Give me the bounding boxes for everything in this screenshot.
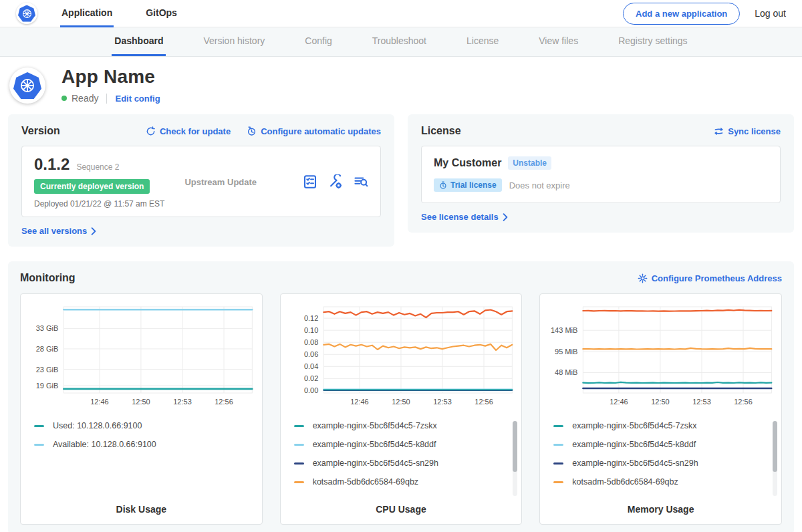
legend-item: kotsadm-5db6dc6584-69qbz bbox=[294, 477, 513, 487]
sync-license-link[interactable]: Sync license bbox=[714, 126, 781, 136]
monitoring-title: Monitoring bbox=[20, 272, 76, 284]
version-card-title: Version bbox=[21, 125, 60, 137]
check-for-update-link[interactable]: Check for update bbox=[146, 126, 231, 136]
legend-label: example-nginx-5bc6f5d4c5-sn29h bbox=[572, 458, 698, 468]
sync-icon bbox=[714, 126, 724, 136]
configure-prometheus-link[interactable]: Configure Prometheus Address bbox=[638, 273, 782, 283]
license-card: License Sync license My Customer Unstabl… bbox=[408, 114, 794, 233]
app-status-row: Ready Edit config bbox=[61, 93, 160, 104]
config-wrench-icon[interactable] bbox=[328, 174, 343, 189]
legend-label: example-nginx-5bc6f5d4c5-sn29h bbox=[313, 458, 438, 468]
customer-name: My Customer bbox=[434, 157, 501, 169]
svg-text:95 MiB: 95 MiB bbox=[555, 348, 577, 356]
svg-text:0.04: 0.04 bbox=[304, 362, 318, 370]
deployed-timestamp: Deployed 01/21/22 @ 11:57 am EST bbox=[34, 199, 164, 209]
monitoring-header: Monitoring Configure Prometheus Address bbox=[20, 272, 782, 284]
legend-scrollbar-thumb[interactable] bbox=[513, 421, 517, 472]
refresh-icon bbox=[146, 126, 156, 136]
logout-button[interactable]: Log out bbox=[755, 8, 786, 19]
version-actions bbox=[303, 174, 368, 189]
tab-config[interactable]: Config bbox=[302, 27, 334, 56]
svg-text:33 GiB: 33 GiB bbox=[36, 324, 59, 332]
tab-troubleshoot[interactable]: Troubleshoot bbox=[370, 27, 429, 56]
legend-color-dash bbox=[553, 444, 563, 446]
app-meta: App Name Ready Edit config bbox=[61, 66, 160, 104]
tab-view-files[interactable]: View files bbox=[536, 27, 581, 56]
legend-color-dash bbox=[553, 425, 563, 427]
legend-scrollbar-thumb[interactable] bbox=[773, 421, 777, 472]
kubernetes-logo bbox=[16, 3, 37, 24]
legend-label: example-nginx-5bc6f5d4c5-7zskx bbox=[313, 421, 437, 430]
add-new-application-button[interactable]: Add a new application bbox=[623, 3, 740, 25]
tab-version-history[interactable]: Version history bbox=[200, 27, 267, 56]
topnav-tab-gitops[interactable]: GitOps bbox=[144, 0, 178, 27]
status-dot bbox=[61, 96, 67, 101]
legend-label: kotsadm-5db6dc6584-69qbz bbox=[572, 477, 678, 487]
see-license-details-link[interactable]: See license details bbox=[421, 212, 781, 222]
clock-refresh-icon bbox=[247, 126, 257, 136]
tab-license[interactable]: License bbox=[464, 27, 501, 56]
currently-deployed-badge: Currently deployed version bbox=[34, 179, 150, 194]
svg-text:12:56: 12:56 bbox=[734, 398, 753, 406]
cards-row: Version Check for update Configure au bbox=[0, 114, 802, 247]
app-header: App Name Ready Edit config bbox=[0, 57, 802, 110]
chevron-right-icon bbox=[503, 213, 508, 221]
license-expiry: Does not expire bbox=[509, 180, 570, 190]
legend-item: example-nginx-5bc6f5d4c5-k8ddf bbox=[294, 440, 513, 449]
svg-text:23 GiB: 23 GiB bbox=[36, 366, 59, 374]
legend-color-dash bbox=[294, 425, 304, 427]
version-source: Upstream Update bbox=[184, 177, 257, 187]
license-card-title: License bbox=[421, 125, 461, 137]
topnav-right: Add a new application Log out bbox=[623, 3, 786, 25]
version-card-links: Check for update Configure automatic upd… bbox=[146, 126, 381, 136]
svg-text:19 GiB: 19 GiB bbox=[36, 382, 59, 390]
preflight-checklist-icon[interactable] bbox=[303, 174, 317, 189]
charts-row: 12:4612:5012:5312:5633 GiB28 GiB23 GiB19… bbox=[20, 293, 782, 525]
gear-icon bbox=[638, 273, 648, 283]
see-all-versions-link[interactable]: See all versions bbox=[21, 226, 381, 236]
stopwatch-icon bbox=[439, 181, 447, 189]
legend-scrollbar[interactable] bbox=[513, 421, 517, 496]
app-avatar bbox=[9, 68, 45, 104]
deploy-logs-icon[interactable] bbox=[354, 174, 368, 189]
app-kubernetes-heptagon-icon bbox=[13, 72, 41, 99]
monitoring-section: Monitoring Configure Prometheus Address … bbox=[8, 261, 794, 532]
configure-automatic-updates-link[interactable]: Configure automatic updates bbox=[247, 126, 381, 136]
channel-badge: Unstable bbox=[508, 156, 551, 170]
status-text: Ready bbox=[72, 93, 98, 104]
legend-label: kotsadm-5db6dc6584-69qbz bbox=[313, 477, 418, 487]
disk-usage-chart-title: Disk Usage bbox=[26, 500, 257, 515]
legend-item: kotsadm-5db6dc6584-69qbz bbox=[553, 477, 772, 487]
svg-text:28 GiB: 28 GiB bbox=[36, 345, 59, 353]
legend-label: Used: 10.128.0.66:9100 bbox=[53, 421, 142, 430]
svg-text:12:46: 12:46 bbox=[350, 398, 369, 406]
svg-text:12:50: 12:50 bbox=[132, 398, 150, 406]
legend-item: example-nginx-5bc6f5d4c5-sn29h bbox=[294, 458, 513, 468]
svg-text:12:56: 12:56 bbox=[215, 398, 233, 406]
svg-text:0.12: 0.12 bbox=[304, 314, 318, 322]
cpu-usage-chart: 12:4612:5012:5312:560.120.100.080.060.04… bbox=[286, 301, 517, 416]
legend-item: Available: 10.128.0.66:9100 bbox=[34, 440, 253, 449]
svg-text:0.10: 0.10 bbox=[304, 326, 318, 334]
memory-usage-chart-title: Memory Usage bbox=[545, 500, 776, 515]
version-card-header: Version Check for update Configure au bbox=[21, 125, 381, 137]
app-sub-nav: Dashboard Version history Config Trouble… bbox=[0, 27, 802, 57]
svg-text:12:56: 12:56 bbox=[475, 398, 493, 406]
trial-license-badge: Trial license bbox=[434, 178, 502, 192]
svg-text:12:46: 12:46 bbox=[610, 398, 628, 406]
legend-scrollbar[interactable] bbox=[773, 421, 777, 496]
tab-dashboard[interactable]: Dashboard bbox=[112, 27, 166, 56]
version-info: 0.1.2 Sequence 2 Currently deployed vers… bbox=[34, 155, 164, 209]
version-number: 0.1.2 bbox=[34, 155, 70, 174]
legend-color-dash bbox=[553, 481, 563, 483]
svg-text:0.06: 0.06 bbox=[304, 350, 318, 358]
legend-item: Used: 10.128.0.66:9100 bbox=[34, 421, 253, 430]
legend-label: Available: 10.128.0.66:9100 bbox=[53, 440, 156, 449]
page-title: App Name bbox=[61, 66, 160, 88]
edit-config-link[interactable]: Edit config bbox=[115, 94, 160, 104]
topnav-tab-application[interactable]: Application bbox=[60, 0, 114, 27]
tab-registry-settings[interactable]: Registry settings bbox=[616, 27, 690, 56]
version-sequence: Sequence 2 bbox=[76, 162, 119, 172]
license-card-header: License Sync license bbox=[421, 125, 781, 137]
legend-item: example-nginx-5bc6f5d4c5-k8ddf bbox=[553, 440, 772, 449]
